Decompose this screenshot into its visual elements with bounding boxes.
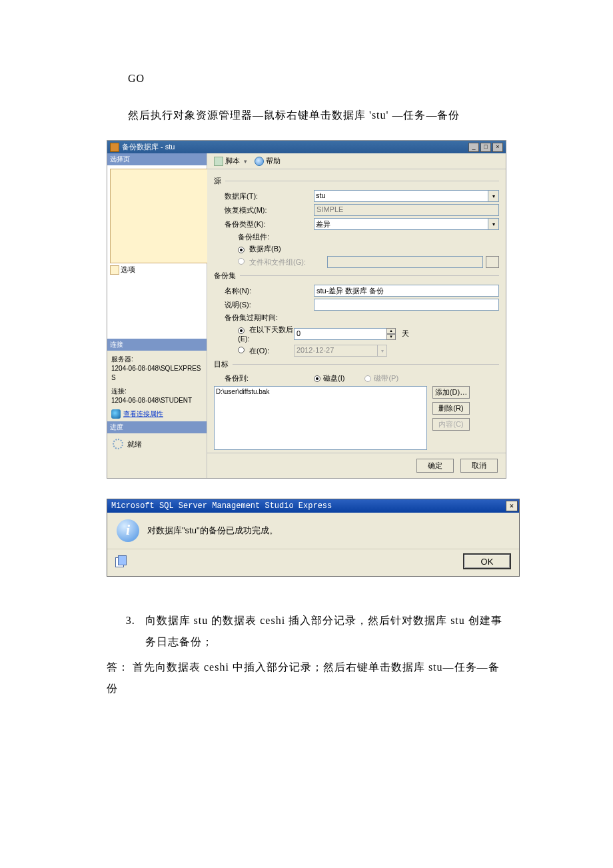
- server-label: 服务器:: [111, 355, 203, 364]
- backup-type-select[interactable]: 差异 ▾: [314, 218, 499, 230]
- connection-header: 连接: [107, 339, 207, 351]
- progress-section: 就绪: [107, 433, 207, 455]
- backup-type-label: 备份类型(K):: [214, 219, 314, 229]
- database-label: 数据库(T):: [214, 191, 314, 201]
- script-icon: [214, 157, 223, 166]
- radio-disk-row[interactable]: 磁盘(I): [314, 373, 344, 383]
- spinner-icon: [113, 439, 123, 449]
- group-source: 源: [214, 176, 221, 186]
- radio-disk-label: 磁盘(I): [323, 373, 344, 383]
- filegroup-browse-button: [486, 256, 499, 268]
- name-label: 名称(N):: [214, 286, 314, 296]
- chevron-down-icon[interactable]: ▾: [488, 219, 498, 229]
- doc-line-go: GO: [107, 67, 506, 90]
- date-input: 2012-12-27 ▾: [294, 345, 387, 357]
- msgbox-title: Microsoft SQL Server Management Studio E…: [111, 501, 506, 511]
- date-value: 2012-12-27: [297, 346, 334, 354]
- answer-text: 首先向数据表 ceshi 中插入部分记录；然后右键单击数据库 stu—任务—备份: [107, 661, 500, 694]
- q3-number: 3.: [126, 610, 145, 653]
- script-button[interactable]: 脚本: [211, 155, 243, 167]
- filegroup-input: [327, 256, 483, 268]
- progress-header: 进度: [107, 421, 207, 433]
- page-options-label: 选项: [121, 265, 135, 275]
- cancel-button[interactable]: 取消: [460, 459, 498, 473]
- form-area: 源 数据库(T): stu ▾ 恢复模式(M): S: [207, 169, 506, 453]
- backup-type-value: 差异: [316, 220, 330, 228]
- radio-filegroup-row: 文件和文件组(G):: [214, 257, 327, 267]
- database-value: stu: [316, 191, 326, 199]
- recovery-label: 恢复模式(M):: [214, 205, 314, 215]
- database-select[interactable]: stu ▾: [314, 190, 499, 202]
- page-icon: [110, 265, 119, 275]
- page-options[interactable]: 选项: [109, 264, 205, 275]
- minimize-button[interactable]: _: [468, 143, 479, 152]
- backup-dialog: 备份数据库 - stu _ □ × 选择页 常规 选项: [107, 140, 506, 479]
- days-input[interactable]: 0 ▲▼: [294, 328, 387, 340]
- info-icon: [117, 519, 139, 542]
- connection-label: 连接:: [111, 387, 203, 396]
- maximize-button[interactable]: □: [480, 143, 491, 152]
- copy-icon[interactable]: [115, 555, 126, 567]
- dialog-title: 备份数据库 - stu: [122, 142, 467, 152]
- backup-to-label: 备份到:: [214, 373, 314, 383]
- server-value: 1204-06-08-048\SQLEXPRESS: [111, 364, 203, 383]
- radio-database-label: 数据库(B): [249, 245, 281, 253]
- help-label: 帮助: [266, 156, 281, 166]
- ok-button[interactable]: 确定: [416, 459, 454, 473]
- msgbox-text: 对数据库"stu"的备份已成功完成。: [147, 525, 278, 537]
- view-connection-link[interactable]: 查看连接属性: [123, 409, 163, 419]
- destination-item[interactable]: D:\user\diffstu.bak: [216, 388, 425, 395]
- connection-value: 1204-06-08-048\STUDENT: [111, 396, 203, 405]
- chevron-down-icon: ▾: [377, 345, 386, 356]
- toolbar-dropdown-arrow[interactable]: ▾: [243, 158, 248, 165]
- radio-database[interactable]: [238, 247, 245, 253]
- pages-header: 选择页: [107, 153, 207, 165]
- radio-after[interactable]: [238, 327, 245, 334]
- recovery-value: SIMPLE: [314, 204, 499, 216]
- chevron-down-icon[interactable]: ▾: [488, 191, 498, 201]
- add-button[interactable]: 添加(D)…: [432, 386, 470, 399]
- msgbox-close-button[interactable]: ×: [506, 501, 518, 511]
- radio-database-row[interactable]: 数据库(B): [214, 244, 314, 254]
- desc-label: 说明(S):: [214, 300, 314, 310]
- days-value: 0: [297, 329, 301, 337]
- help-button[interactable]: 帮助: [252, 155, 283, 167]
- radio-disk[interactable]: [314, 375, 320, 382]
- pages-tree: 常规 选项: [107, 165, 207, 339]
- radio-on[interactable]: [238, 347, 245, 353]
- radio-on-label: 在(O):: [249, 347, 269, 355]
- doc-line-intro: 然后执行对象资源管理器—鼠标右键单击数据库 'stu' —任务—备份: [107, 103, 506, 127]
- radio-filegroup: [238, 258, 245, 265]
- page-general[interactable]: 常规: [109, 168, 205, 264]
- radio-filegroup-label: 文件和文件组(G):: [249, 258, 306, 266]
- spin-up[interactable]: ▲: [386, 328, 396, 334]
- msgbox-titlebar[interactable]: Microsoft SQL Server Management Studio E…: [107, 499, 519, 513]
- dialog-titlebar[interactable]: 备份数据库 - stu _ □ ×: [107, 141, 506, 153]
- group-destination: 目标: [214, 359, 229, 369]
- progress-ready: 就绪: [127, 439, 142, 449]
- radio-tape: [364, 375, 371, 382]
- remove-button[interactable]: 删除(R): [432, 402, 470, 415]
- name-input[interactable]: stu-差异 数据库 备份: [314, 285, 499, 297]
- spin-down[interactable]: ▼: [386, 334, 396, 340]
- connection-section: 服务器: 1204-06-08-048\SQLEXPRESS 连接: 1204-…: [107, 351, 207, 421]
- script-label: 脚本: [225, 156, 240, 166]
- dialog-icon: [110, 143, 119, 152]
- component-label: 备份组件:: [214, 232, 314, 242]
- group-backup-set: 备份集: [214, 271, 236, 281]
- destination-listbox[interactable]: D:\user\diffstu.bak: [214, 386, 427, 450]
- msgbox-ok-button[interactable]: OK: [463, 553, 511, 569]
- desc-input[interactable]: [314, 299, 499, 311]
- answer-label: 答：: [107, 661, 129, 673]
- contents-button[interactable]: 内容(C): [432, 418, 470, 431]
- question-3: 3. 向数据库 stu 的数据表 ceshi 插入部分记录，然后针对数据库 st…: [126, 610, 506, 653]
- radio-tape-label: 磁带(P): [374, 373, 398, 383]
- dialog-footer: 确定 取消: [207, 453, 506, 478]
- close-button[interactable]: ×: [492, 143, 503, 152]
- radio-on-row[interactable]: 在(O):: [214, 346, 294, 356]
- radio-after-row[interactable]: 在以下天数后(E):: [214, 325, 294, 343]
- success-msgbox: Microsoft SQL Server Management Studio E…: [107, 499, 520, 577]
- answer-3: 答： 首先向数据表 ceshi 中插入部分记录；然后右键单击数据库 stu—任务…: [107, 657, 506, 699]
- days-suffix: 天: [402, 329, 409, 339]
- radio-after-label: 在以下天数后(E):: [238, 325, 293, 343]
